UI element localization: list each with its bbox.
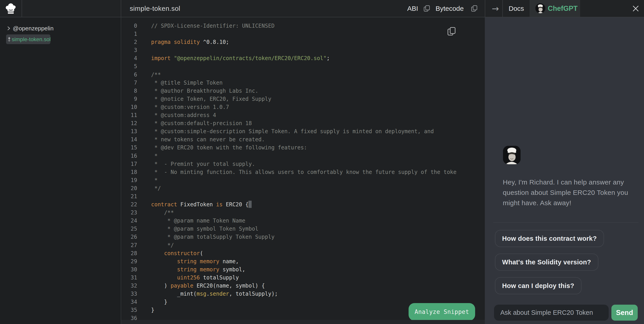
sidebar-item-openzeppelin[interactable]: @openzeppelin <box>0 24 121 33</box>
line-number: 33 <box>121 290 137 298</box>
line-number: 16 <box>121 152 137 160</box>
file-label: simple-token.sol <box>12 35 50 44</box>
copy-icon <box>424 5 430 12</box>
topbar-divider <box>121 0 121 17</box>
tab-docs[interactable]: Docs <box>509 0 524 17</box>
topbar-divider <box>502 0 503 17</box>
abi-label[interactable]: ABI <box>407 0 418 17</box>
code-line: * @param totalSupply Token Supply <box>151 233 456 241</box>
app-window: simple-token.sol ABI Bytecode → Docs <box>0 0 644 324</box>
intro-line: might have. Ask away! <box>503 198 629 208</box>
suggestion-list: How does this contract work?What's the S… <box>495 230 604 294</box>
chevron-right-icon <box>7 26 11 31</box>
analyze-snippet-button[interactable]: Analyze Snippet <box>408 303 475 321</box>
code-line <box>151 192 456 200</box>
tab-chefgpt[interactable]: ChefGPT <box>530 0 580 17</box>
code-line: _mint(msg.sender, totalSupply); <box>151 290 456 298</box>
line-number: 22 <box>121 200 137 209</box>
line-number: 24 <box>121 217 137 225</box>
code-line: * @title Simple Token <box>151 79 456 87</box>
code-line: * <box>151 176 456 184</box>
chef-hat-icon <box>4 3 17 14</box>
line-number: 4 <box>121 54 137 62</box>
line-number: 28 <box>121 249 137 257</box>
copy-icon <box>447 26 457 36</box>
code-line: uint256 totalSupply <box>151 274 456 282</box>
code-line: constructor( <box>151 249 456 257</box>
line-number: 29 <box>121 257 137 265</box>
sidebar-item-simple-token[interactable]: simple-token.sol <box>6 35 50 44</box>
line-number: 13 <box>121 127 137 135</box>
line-number: 8 <box>121 87 137 95</box>
top-bar: simple-token.sol ABI Bytecode → Docs <box>0 0 644 17</box>
line-number: 7 <box>121 79 137 87</box>
app-logo[interactable] <box>0 0 22 17</box>
suggestion-button[interactable]: How can I deploy this? <box>495 277 582 294</box>
collapse-panel-arrow-icon[interactable]: → <box>488 3 502 14</box>
line-number: 26 <box>121 233 137 241</box>
code-line: * @param name Token Name <box>151 217 456 225</box>
code-line: // SPDX-License-Identifier: UNLICENSED <box>151 22 456 30</box>
code-line: * @notice Token, ERC20, Fixed Supply <box>151 95 456 103</box>
code-line: /** <box>151 71 456 79</box>
solidity-file-icon <box>7 37 11 42</box>
text-cursor <box>248 201 252 208</box>
copy-abi-button[interactable] <box>424 5 430 12</box>
code-line: /** <box>151 209 456 217</box>
line-number: 10 <box>121 103 137 111</box>
line-number: 34 <box>121 298 137 306</box>
code-line <box>151 62 456 70</box>
chat-input[interactable] <box>494 305 609 321</box>
line-number: 19 <box>121 176 137 184</box>
chefgpt-avatar <box>536 3 545 13</box>
code-line <box>151 46 456 54</box>
chefgpt-panel: Hey, I'm Richard. I can help answer anyq… <box>485 17 644 324</box>
line-number: 9 <box>121 95 137 103</box>
line-number: 25 <box>121 225 137 233</box>
bytecode-label[interactable]: Bytecode <box>436 0 464 17</box>
line-number: 30 <box>121 265 137 274</box>
horizontal-scrollbar[interactable] <box>121 320 485 324</box>
topbar-divider <box>485 0 485 17</box>
code-line: ) payable ERC20(name, symbol) { <box>151 282 456 290</box>
code-line: string memory name, <box>151 257 456 265</box>
line-number: 23 <box>121 209 137 217</box>
line-number: 27 <box>121 241 137 249</box>
chefgpt-tab-label: ChefGPT <box>548 0 578 17</box>
send-button[interactable]: Send <box>612 305 638 321</box>
richard-avatar <box>503 146 520 164</box>
line-number: 15 <box>121 144 137 152</box>
code-line: */ <box>151 184 456 192</box>
code-line: * <box>151 152 456 160</box>
copy-code-button[interactable] <box>447 26 457 36</box>
code-line: * @custom:version 1.0.7 <box>151 103 456 111</box>
intro-line: question about Simple ERC20 Token you <box>503 187 629 198</box>
line-number: 3 <box>121 46 137 54</box>
suggestion-button[interactable]: How does this contract work? <box>495 230 604 247</box>
topbar-divider <box>22 0 22 17</box>
line-number: 20 <box>121 184 137 192</box>
code-line: * @custom:default-precision 18 <box>151 119 456 127</box>
code-line: * @author Breakthrough Labs Inc. <box>151 87 456 95</box>
code-editor[interactable]: 0123456789101112131415161718192021222324… <box>121 17 485 324</box>
file-explorer-sidebar: @openzeppelin simple-token.sol <box>0 17 121 324</box>
line-number: 11 <box>121 111 137 119</box>
code-line: * @dev ERC20 token with the following fe… <box>151 144 456 152</box>
line-number: 5 <box>121 62 137 70</box>
close-icon <box>632 5 640 12</box>
line-number: 12 <box>121 119 137 127</box>
open-file-title: simple-token.sol <box>130 0 180 17</box>
code-line: * @custom:address 4 <box>151 111 456 119</box>
code-line: * - Premint your total supply. <box>151 160 456 168</box>
code-line: import "@openzeppelin/contracts/token/ER… <box>151 54 456 62</box>
line-number: 14 <box>121 135 137 144</box>
copy-bytecode-button[interactable] <box>471 5 478 12</box>
folder-label: @openzeppelin <box>13 24 54 33</box>
line-number: 17 <box>121 160 137 168</box>
code-line: * @param symbol Token Symbol <box>151 225 456 233</box>
line-number: 6 <box>121 71 137 79</box>
code-line: pragma solidity ^0.8.10; <box>151 38 456 46</box>
close-button[interactable] <box>632 5 640 12</box>
code-line: * - No minting function. This allows use… <box>151 168 456 176</box>
suggestion-button[interactable]: What's the Solidity version? <box>495 254 598 271</box>
